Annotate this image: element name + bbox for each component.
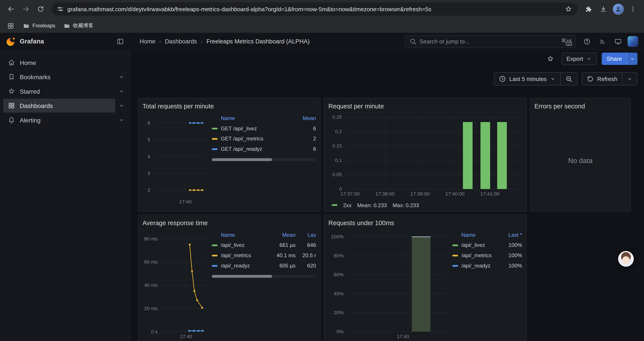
profile-avatar [613,4,624,15]
chevron-down-icon [627,76,632,82]
breadcrumb-item-1[interactable]: Dashboards [165,38,197,45]
svg-text:4: 4 [148,154,150,159]
legend-column-header[interactable]: Name [221,232,267,238]
site-settings-icon[interactable] [56,5,64,13]
svg-text:0 s: 0 s [151,329,158,334]
dashboard-actions: Export Share [130,50,644,67]
user-avatar[interactable] [628,36,638,47]
svg-text:17:40:00: 17:40:00 [446,191,464,197]
bar-chart[interactable]: 0.250.20.150.10.05017:37:0017:38:0017:39… [328,112,523,198]
line-chart[interactable]: 80 ms60 ms40 ms20 ms0 s17:40 [142,229,209,340]
legend-scrollbar[interactable] [212,158,316,161]
zoom-out-button[interactable] [561,73,577,85]
series-name[interactable]: /api/_metrics [462,252,494,258]
url-input[interactable] [67,6,560,12]
series-name[interactable]: /api/_livez [221,242,267,248]
kiosk-mode-button[interactable] [612,35,624,47]
series-name[interactable]: GET /api/_metrics [221,136,290,142]
reload-button[interactable] [34,2,48,16]
time-range-picker[interactable]: Last 5 minutes [494,73,560,85]
news-button[interactable] [596,35,609,47]
legend-scrollbar[interactable] [212,275,316,278]
legend-column-header[interactable]: Mean [293,115,316,121]
assistant-avatar-button[interactable] [618,251,634,267]
series-color-swatch [212,138,218,139]
legend-column-header[interactable]: Name [221,115,290,121]
breadcrumb-separator: › [200,38,202,45]
series-name[interactable]: /api/_livez [462,242,494,248]
chevron-down-icon[interactable] [115,84,128,98]
chevron-down-icon[interactable] [115,70,128,84]
legend-row: GET /api/_livez6 [212,123,316,134]
legend-row: /api/_livez661 µs646 [212,240,316,250]
grafana-app: Grafana Home›Dashboards›Freeleaps Metric… [0,33,644,341]
refresh-interval-dropdown[interactable] [622,73,637,85]
share-button[interactable]: Share [602,53,638,65]
series-color-swatch [212,148,218,150]
series-value: 605 µs [270,263,296,269]
scrollbar-thumb[interactable] [212,158,272,161]
share-dropdown[interactable] [627,53,638,65]
time-toolbar: Last 5 minutes Refresh [130,67,644,90]
rss-icon [599,38,606,45]
search-box: ⌘+k [405,35,576,47]
panel-title[interactable]: Request per minute [328,101,522,112]
profile-button[interactable] [611,2,625,16]
chevron-down-icon[interactable] [115,113,128,127]
share-label: Share [602,53,627,65]
series-name[interactable]: GET /api/_readyz [221,146,290,152]
bookmark-item-0[interactable]: Freeleaps [20,21,58,31]
help-button[interactable] [581,35,593,47]
bookmark-item-1[interactable]: 收藏博客 [60,21,97,31]
scrollbar-thumb[interactable] [212,275,272,278]
panel-left-icon [116,38,124,45]
help-icon [583,38,591,45]
line-chart[interactable]: 6543217:40 [142,112,209,206]
forward-button[interactable] [19,2,33,16]
search-input[interactable] [405,35,576,47]
breadcrumb-item-2: Freeleaps Metrics Dashboard (ALPHA) [206,38,310,45]
reload-icon [37,5,44,13]
sidebar-item-starred[interactable]: Starred [3,84,115,98]
chevron-down-icon[interactable] [115,99,128,113]
sidebar-item-home[interactable]: Home [3,56,128,70]
keyboard-icon [565,40,572,47]
bar-chart[interactable]: 100%80%60%40%20%0%17:40 [328,229,450,340]
legend-column-header[interactable]: Mean [270,232,296,238]
legend-column-header[interactable]: Last * [497,232,522,238]
bookmark-star-button[interactable] [563,3,574,15]
downloads-button[interactable] [596,2,610,16]
collapse-sidebar-button[interactable] [114,35,126,47]
panel-title[interactable]: Average response time [142,217,316,229]
series-name[interactable]: /api/_readyz [221,263,267,269]
extensions-button[interactable] [582,2,596,16]
svg-text:0.05: 0.05 [332,172,342,177]
panel-errors-per-second: Errors per secondNo data [530,98,631,212]
breadcrumb-item-0[interactable]: Home [140,38,156,45]
refresh-label: Refresh [597,76,617,82]
panel-average-response-time: Average response time80 ms60 ms40 ms20 m… [138,214,320,341]
apps-shortcut-button[interactable] [5,20,16,31]
export-button[interactable]: Export [562,53,597,65]
legend-column-header[interactable]: Las [299,232,316,238]
series-name[interactable]: /api/_metrics [221,252,267,258]
grafana-logo[interactable] [6,37,16,46]
sidebar-item-bookmarks[interactable]: Bookmarks [3,70,115,84]
browser-menu-button[interactable] [626,2,640,16]
series-name[interactable]: 2xx [343,202,351,208]
sidebar-item-alerting[interactable]: Alerting [3,113,115,127]
url-bar[interactable] [52,3,578,16]
legend-column-header[interactable]: Name [462,232,494,238]
sidebar-item-dashboards[interactable]: Dashboards [3,99,115,113]
series-stat: Mean: 0.233 [357,202,387,208]
breadcrumb: Home›Dashboards›Freeleaps Metrics Dashbo… [130,38,310,45]
series-name[interactable]: /api/_readyz [462,263,494,269]
series-color-swatch [452,244,458,246]
panel-title[interactable]: Total requests per minute [142,101,316,112]
favorite-dashboard-button[interactable] [544,53,556,65]
series-value: 100% [497,242,522,248]
refresh-button[interactable]: Refresh [582,73,622,85]
panel-title[interactable]: Requests under 100ms [328,217,522,229]
series-name[interactable]: GET /api/_livez [221,125,290,131]
back-button[interactable] [4,2,18,16]
